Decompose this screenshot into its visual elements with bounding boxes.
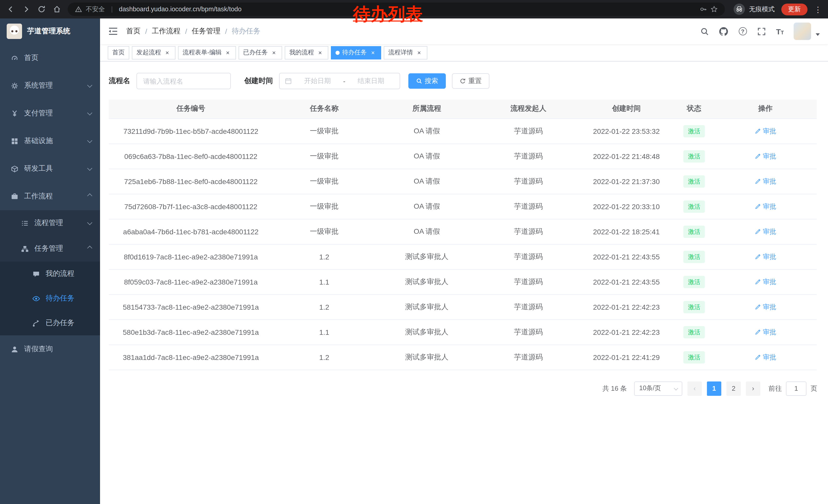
sidebar-item-workflow[interactable]: 工作流程 bbox=[0, 183, 100, 210]
help-icon[interactable]: ? bbox=[738, 27, 747, 36]
browser-update-button[interactable]: 更新 bbox=[781, 3, 808, 15]
cell-task-id: 8f059c03-7ac8-11ec-a9e2-a2380e71991a bbox=[109, 269, 273, 294]
sidebar-item-home[interactable]: 首页 bbox=[0, 44, 100, 72]
approve-link[interactable]: 审批 bbox=[755, 126, 776, 136]
col-status: 状态 bbox=[674, 99, 714, 119]
process-name-input[interactable] bbox=[136, 73, 231, 89]
calendar-icon bbox=[285, 78, 292, 85]
tab-todo-tasks[interactable]: 待办任务 × bbox=[331, 46, 381, 59]
close-icon[interactable]: × bbox=[369, 49, 377, 56]
date-range-picker[interactable]: 开始日期 - 结束日期 bbox=[279, 73, 400, 89]
list-icon bbox=[20, 219, 29, 227]
page-content: 流程名 创建时间 开始日期 - 结束日期 搜索 重 bbox=[100, 61, 828, 504]
chevron-down-icon bbox=[87, 110, 92, 115]
tab-start-process[interactable]: 发起流程 × bbox=[132, 46, 175, 59]
prev-page-button[interactable]: ‹ bbox=[688, 381, 702, 396]
collapse-sidebar-button[interactable] bbox=[108, 27, 118, 35]
bookmark-star-icon[interactable] bbox=[710, 6, 718, 13]
approve-link[interactable]: 审批 bbox=[755, 151, 776, 161]
approve-link[interactable]: 审批 bbox=[755, 202, 776, 211]
fullscreen-icon[interactable] bbox=[757, 27, 766, 36]
total-count-label: 共 16 条 bbox=[603, 384, 627, 393]
sidebar-item-todo-tasks[interactable]: 待办任务 bbox=[0, 286, 100, 311]
cell-status: 激活 bbox=[674, 219, 714, 244]
create-time-label: 创建时间 bbox=[244, 77, 273, 86]
approve-link[interactable]: 审批 bbox=[755, 227, 776, 236]
col-starter: 流程发起人 bbox=[478, 99, 579, 119]
cell-actions: 审批 bbox=[714, 169, 817, 194]
close-icon[interactable]: × bbox=[416, 49, 423, 56]
breadcrumb-item-task-mgmt[interactable]: 任务管理 bbox=[192, 27, 220, 36]
sidebar-item-devtools[interactable]: 研发工具 bbox=[0, 155, 100, 183]
approve-link[interactable]: 审批 bbox=[755, 327, 776, 336]
forward-button[interactable] bbox=[22, 5, 30, 13]
search-button[interactable]: 搜索 bbox=[408, 73, 446, 89]
tab-label: 流程表单-编辑 bbox=[182, 48, 222, 57]
search-icon[interactable] bbox=[700, 27, 709, 36]
close-icon[interactable]: × bbox=[164, 49, 171, 56]
approve-link[interactable]: 审批 bbox=[755, 177, 776, 186]
approve-link[interactable]: 审批 bbox=[755, 353, 776, 362]
tab-label: 发起流程 bbox=[136, 48, 161, 57]
chevron-down-icon bbox=[87, 165, 92, 171]
search-button-label: 搜索 bbox=[425, 77, 438, 86]
home-button[interactable] bbox=[52, 5, 61, 13]
browser-menu-button[interactable]: ⋮ bbox=[814, 5, 822, 13]
page-button-1[interactable]: 1 bbox=[707, 381, 721, 396]
cell-actions: 审批 bbox=[714, 219, 817, 244]
approve-link[interactable]: 审批 bbox=[755, 277, 776, 286]
approve-link[interactable]: 审批 bbox=[755, 252, 776, 261]
cell-task-id: 75d72608-7b7f-11ec-a3c8-acde48001122 bbox=[109, 194, 273, 219]
start-date-placeholder: 开始日期 bbox=[294, 77, 341, 86]
sidebar-item-task-mgmt[interactable]: 任务管理 bbox=[0, 236, 100, 262]
next-page-button[interactable]: › bbox=[746, 381, 760, 396]
app-logo-row[interactable]: 芋道管理系统 bbox=[0, 18, 100, 44]
chevron-down-icon bbox=[87, 138, 92, 143]
cell-task-id: a6aba0a4-7b6d-11ec-b781-acde48001122 bbox=[109, 219, 273, 244]
tab-form-edit[interactable]: 流程表单-编辑 × bbox=[178, 46, 236, 59]
reset-button-label: 重置 bbox=[468, 77, 482, 86]
tab-label: 已办任务 bbox=[243, 48, 268, 57]
cell-task-id: 725a1eb6-7b88-11ec-8ef0-acde48001122 bbox=[109, 169, 273, 194]
key-icon[interactable] bbox=[700, 6, 707, 13]
cell-status: 激活 bbox=[674, 144, 714, 169]
font-size-icon[interactable]: TT bbox=[776, 28, 784, 35]
tab-home[interactable]: 首页 bbox=[108, 46, 129, 59]
sidebar-item-leave-query[interactable]: 请假查询 bbox=[0, 335, 100, 363]
close-icon[interactable]: × bbox=[317, 49, 324, 56]
goto-page-input[interactable] bbox=[786, 381, 806, 396]
back-button[interactable] bbox=[6, 5, 15, 13]
tab-my-process[interactable]: 我的流程 × bbox=[285, 46, 328, 59]
approve-link-label: 审批 bbox=[763, 126, 776, 136]
close-icon[interactable]: × bbox=[271, 49, 278, 56]
table-header-row: 任务编号 任务名称 所属流程 流程发起人 创建时间 状态 操作 bbox=[109, 99, 817, 119]
github-icon[interactable] bbox=[719, 27, 728, 36]
page-size-select[interactable]: 10条/页 bbox=[634, 381, 682, 396]
cell-task-id: 58154733-7ac8-11ec-a9e2-a2380e71991a bbox=[109, 294, 273, 319]
sidebar-item-infrastructure[interactable]: 基础设施 bbox=[0, 127, 100, 155]
sidebar-item-my-process[interactable]: 我的流程 bbox=[0, 262, 100, 286]
navbar-actions: ? TT bbox=[700, 22, 820, 40]
sidebar-item-label: 我的流程 bbox=[46, 269, 74, 278]
cell-flow: OA 请假 bbox=[376, 169, 478, 194]
close-icon[interactable]: × bbox=[224, 49, 232, 56]
cell-flow: 测试多审批人 bbox=[376, 345, 478, 370]
user-avatar[interactable] bbox=[794, 22, 811, 40]
sidebar-item-system[interactable]: 系统管理 bbox=[0, 72, 100, 99]
tab-process-detail[interactable]: 流程详情 × bbox=[384, 46, 427, 59]
page-button-2[interactable]: 2 bbox=[727, 381, 741, 396]
reload-button[interactable] bbox=[37, 5, 46, 13]
reset-button[interactable]: 重置 bbox=[452, 73, 489, 89]
breadcrumb-separator: / bbox=[185, 27, 187, 35]
sidebar-item-done-tasks[interactable]: 已办任务 bbox=[0, 311, 100, 335]
table-row: 580e1b3d-7ac8-11ec-a9e2-a2380e71991a 1.1… bbox=[109, 319, 817, 345]
approve-link[interactable]: 审批 bbox=[755, 302, 776, 312]
todo-tasks-table: 任务编号 任务名称 所属流程 流程发起人 创建时间 状态 操作 73211 bbox=[109, 99, 817, 370]
sidebar-item-payment[interactable]: 支付管理 bbox=[0, 99, 100, 127]
tab-done-tasks[interactable]: 已办任务 × bbox=[239, 46, 282, 59]
sidebar-item-process-mgmt[interactable]: 流程管理 bbox=[0, 210, 100, 236]
cube-icon bbox=[10, 165, 18, 173]
sidebar-item-label: 已办任务 bbox=[46, 318, 74, 328]
breadcrumb-item-workflow[interactable]: 工作流程 bbox=[152, 27, 180, 36]
breadcrumb-item-home[interactable]: 首页 bbox=[126, 27, 140, 36]
